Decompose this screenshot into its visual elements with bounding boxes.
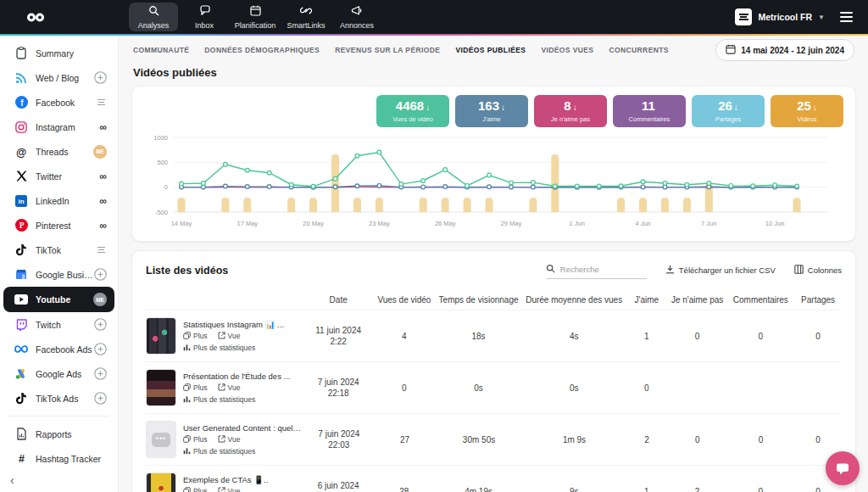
table-row[interactable]: Présentation de l'Étude des ... Plus Vue… <box>146 361 842 413</box>
more-stats-action[interactable]: Plus de statistiques <box>183 344 255 353</box>
sidebar-item-threads[interactable]: @ Threads ME <box>3 139 114 164</box>
sidebar-item-label: Rapports <box>36 429 107 439</box>
trend-down-icon: ↓ <box>573 103 577 112</box>
more-stats-action[interactable]: Plus de statistiques <box>183 395 255 405</box>
sidebar-item-youtube[interactable]: Youtube ME <box>3 287 114 312</box>
sidebar-item-google-ads[interactable]: Google Ads <box>3 361 114 386</box>
topnav-annonces[interactable]: Annonces <box>332 3 381 31</box>
stat-chip-commentaires[interactable]: 11 Commentaires <box>613 95 686 127</box>
sidebar-item-summary[interactable]: Summary <box>3 41 114 65</box>
tab-vid-os-vues[interactable]: VIDÉOS VUES <box>541 46 593 54</box>
tab-donn-es-d-mographiques[interactable]: DONNÉES DÉMOGRAPHIQUES <box>204 46 320 54</box>
svg-text:1000: 1000 <box>153 134 168 142</box>
date-range-label: 14 mai 2024 - 12 juin 2024 <box>741 46 844 55</box>
video-thumbnail[interactable]: ••• <box>146 421 176 458</box>
sidebar-item-label: Twitter <box>36 171 99 182</box>
view-action[interactable]: Vue <box>218 332 241 341</box>
svg-text:4 Jun: 4 Jun <box>635 220 650 227</box>
tab-communaut[interactable]: COMMUNAUTÉ <box>133 46 189 54</box>
stat-chip-vues-de-vid-o[interactable]: 4468↓ Vues de vidéo <box>376 95 449 127</box>
header-je-n-aime-pas[interactable]: Je n'aime pas <box>668 295 727 305</box>
table-row[interactable]: Statistiques Instagram 📊 ... Plus Vue Pl… <box>146 310 842 361</box>
youtube-icon <box>14 294 29 305</box>
dislikes-cell: 2 <box>668 487 727 492</box>
table-row[interactable]: ••• User Generated Content : quels... Pl… <box>146 413 842 465</box>
sidebar-item-facebook[interactable]: f Facebook <box>3 90 114 115</box>
columns-button[interactable]: Colonnes <box>794 265 842 276</box>
tab-vid-os-publi-es[interactable]: VIDÉOS PUBLIÉES <box>455 46 526 54</box>
sidebar-item-twitch[interactable]: Twitch <box>3 312 114 337</box>
sidebar-item-facebook-ads[interactable]: Facebook Ads <box>3 337 114 361</box>
metricool-logo-icon[interactable] <box>24 11 47 24</box>
header-commentaires[interactable]: Commentaires <box>727 295 795 305</box>
brand-badge <box>97 99 107 105</box>
video-title[interactable]: Exemples de CTAs 📱.. <box>183 475 268 484</box>
topnav-label: Planification <box>235 21 276 30</box>
header-date[interactable]: Date <box>303 294 374 305</box>
sidebar-item-linkedin[interactable]: in LinkedIn ∞ <box>3 188 114 213</box>
sidebar-item-tiktok-ads[interactable]: TikTok Ads <box>3 386 114 411</box>
views-cell: 4 <box>374 332 435 341</box>
topnav-analyses[interactable]: Analyses <box>129 3 178 31</box>
sidebar-item-label: Youtube <box>36 294 93 305</box>
header-partages[interactable]: Partages <box>794 295 842 305</box>
add-profile-button[interactable] <box>94 318 107 331</box>
table-row[interactable]: Exemples de CTAs 📱.. Plus Vue Plus de st… <box>146 465 842 492</box>
topnav-smartlinks[interactable]: SmartLinks <box>281 3 331 31</box>
add-profile-button[interactable] <box>94 392 107 405</box>
sidebar-item-hashtag-tracker[interactable]: # Hashtag Tracker <box>3 446 114 471</box>
video-title[interactable]: Présentation de l'Étude des ... <box>183 372 290 381</box>
view-action[interactable]: Vue <box>218 487 241 492</box>
video-title[interactable]: Statistiques Instagram 📊 ... <box>183 320 284 329</box>
tab-concurrents[interactable]: CONCURRENTS <box>609 46 669 54</box>
sidebar-item-instagram[interactable]: Instagram ∞ <box>3 115 114 139</box>
svg-text:20 May: 20 May <box>303 220 324 227</box>
add-profile-button[interactable] <box>94 367 107 380</box>
video-meta: Statistiques Instagram 📊 ... Plus Vue Pl… <box>183 320 284 353</box>
watch-time-cell: 4m 19s <box>435 487 523 492</box>
video-thumbnail[interactable] <box>146 472 176 492</box>
stat-chip-je-n-aime-pas[interactable]: 8↓ Je n'aime pas <box>534 95 607 127</box>
header-vues-de-vid-o[interactable]: Vues de vidéo <box>374 295 435 305</box>
view-action[interactable]: Vue <box>218 435 241 444</box>
add-profile-button[interactable] <box>94 268 107 281</box>
comments-cell: 0 <box>727 332 795 341</box>
stat-value: 25↓ <box>771 98 843 115</box>
video-thumbnail[interactable] <box>146 369 176 406</box>
sidebar-item-twitter[interactable]: Twitter ∞ <box>3 164 114 188</box>
sidebar-item-pinterest[interactable]: P Pinterest ∞ <box>3 213 114 238</box>
plus-action[interactable]: Plus <box>183 332 208 341</box>
video-title[interactable]: User Generated Content : quels... <box>183 423 303 433</box>
video-thumbnail[interactable] <box>146 317 176 355</box>
account-switcher[interactable]: Metricool FR ▼ <box>735 8 825 25</box>
topnav-planification[interactable]: Planification <box>231 3 280 31</box>
topnav-inbox[interactable]: Inbox <box>180 3 229 31</box>
menu-icon[interactable] <box>837 8 856 25</box>
tab-revenus-sur-la-p-riode[interactable]: REVENUS SUR LA PÉRIODE <box>335 46 440 54</box>
collapse-sidebar-button[interactable]: ‹ <box>10 473 14 487</box>
plus-action[interactable]: Plus <box>183 383 208 393</box>
search-input[interactable] <box>559 264 647 275</box>
stat-chip-j-aime[interactable]: 163↓ J'aime <box>455 95 528 127</box>
more-stats-action[interactable]: Plus de statistiques <box>183 447 255 456</box>
video-cell: ••• User Generated Content : quels... Pl… <box>146 421 303 458</box>
header-temps-de-visionnage[interactable]: Temps de visionnage <box>435 295 523 305</box>
download-csv-button[interactable]: Télécharger un fichier CSV <box>665 265 776 276</box>
header-dur-e-moyenne-des-vues[interactable]: Durée moyenne des vues <box>522 295 626 305</box>
infinity-badge: ∞ <box>99 122 107 132</box>
stat-chip-vid-os[interactable]: 25↓ Vidéos <box>771 95 843 127</box>
plus-action[interactable]: Plus <box>183 435 208 444</box>
stat-chip-partages[interactable]: 26↓ Partages <box>692 95 765 127</box>
sidebar-item-rapports[interactable]: Rapports <box>3 422 114 446</box>
date-range-picker[interactable]: 14 mai 2024 - 12 juin 2024 <box>715 39 854 61</box>
view-action[interactable]: Vue <box>218 383 241 393</box>
chat-widget-button[interactable] <box>826 451 860 485</box>
sidebar-item-tiktok[interactable]: TikTok <box>3 238 114 262</box>
plus-action[interactable]: Plus <box>183 487 208 492</box>
trend-down-icon: ↓ <box>501 103 505 112</box>
add-profile-button[interactable] <box>94 71 107 84</box>
sidebar-item-web-blog[interactable]: Web / Blog <box>3 65 114 90</box>
add-profile-button[interactable] <box>94 343 107 355</box>
header-j-aime[interactable]: J'aime <box>626 295 668 305</box>
sidebar-item-google-business[interactable]: Google Business ... <box>3 262 114 287</box>
